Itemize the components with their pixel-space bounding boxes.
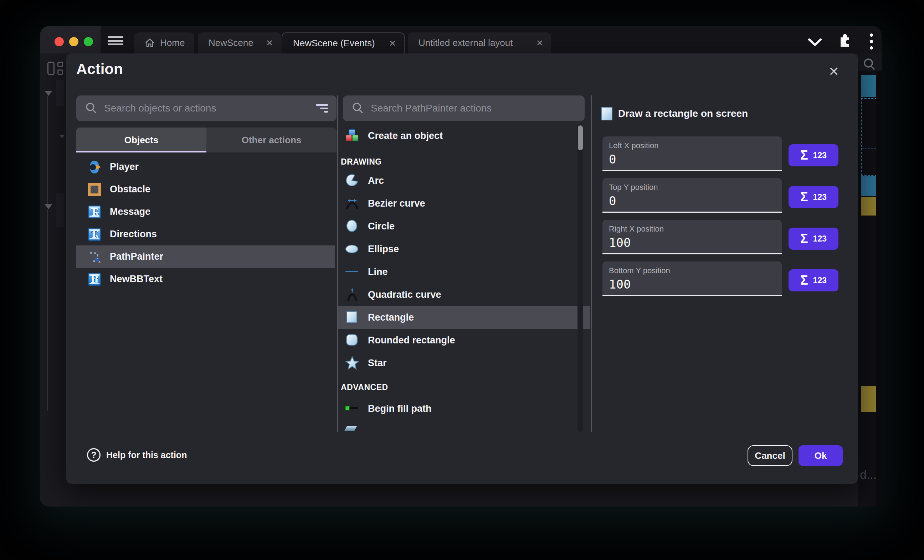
action-row-rounded-rectangle[interactable]: Rounded rectangle: [338, 329, 590, 352]
help-link[interactable]: Help for this action: [106, 448, 187, 462]
search-icon: [351, 102, 364, 115]
filter-icon[interactable]: [315, 102, 328, 114]
expander-triangle-icon[interactable]: [45, 91, 52, 96]
main-menu-icon[interactable]: [108, 36, 123, 44]
objects-search-box[interactable]: [76, 96, 336, 121]
section-header-drawing: DRAWING: [341, 157, 382, 167]
background-event-block: [56, 193, 64, 227]
background-event-block: [56, 80, 64, 106]
scrollbar-thumb[interactable]: [578, 126, 583, 150]
title-bar: Home NewScene ✕ NewScene (Events) ✕ Unti…: [40, 26, 882, 54]
tab-objects[interactable]: Objects: [76, 127, 206, 153]
tree-guide-line: [47, 96, 48, 204]
dialog-title: Action: [76, 61, 123, 78]
action-row-quadratic-curve[interactable]: Quadratic curve: [338, 283, 590, 306]
tab-close-icon[interactable]: ✕: [536, 38, 543, 48]
expander-triangle-icon[interactable]: [45, 204, 52, 209]
section-header-advanced: ADVANCED: [341, 383, 388, 392]
panel-divider: [591, 96, 592, 432]
expander-triangle-icon[interactable]: [59, 135, 65, 138]
tree-guide-line: [47, 210, 48, 411]
object-row-player[interactable]: Player: [76, 156, 335, 178]
create-object-icon: [345, 129, 359, 143]
cancel-button[interactable]: Cancel: [747, 445, 792, 466]
toggle-sidebar-icon[interactable]: [47, 61, 67, 76]
object-row-pathpainter[interactable]: PathPainter: [76, 246, 335, 268]
field-bottom-y-position[interactable]: Bottom Y position 100: [603, 262, 782, 296]
sigma-icon: Σ: [800, 231, 808, 246]
background-truncated-text: d...: [860, 468, 877, 482]
line-icon: [345, 265, 359, 279]
tab-other-actions[interactable]: Other actions: [206, 127, 336, 153]
background-left-panel: [40, 54, 66, 506]
begin-fill-path-icon: [345, 401, 359, 416]
objects-search-input[interactable]: [104, 103, 315, 114]
obstacle-object-icon: [88, 183, 101, 196]
action-description: Draw a rectangle on screen: [618, 107, 748, 120]
zoom-window-button[interactable]: [84, 37, 93, 46]
field-top-y-position[interactable]: Top Y position 0: [603, 178, 782, 213]
action-row-bezier-curve[interactable]: Bezier curve: [338, 192, 590, 215]
object-row-newbbtext[interactable]: Bb NewBBText: [76, 268, 335, 290]
tab-newscene[interactable]: NewScene ✕: [198, 32, 281, 54]
tab-newscene-events[interactable]: NewScene (Events) ✕: [282, 32, 405, 54]
sigma-icon: Σ: [800, 273, 808, 288]
action-row-line[interactable]: Line: [338, 261, 590, 283]
ok-button[interactable]: Ok: [798, 445, 843, 466]
background-event-block: [861, 75, 876, 97]
rounded-rectangle-icon: [345, 333, 359, 347]
expression-editor-button[interactable]: Σ 123: [789, 269, 838, 291]
background-event-block: [861, 197, 876, 216]
action-row-partial[interactable]: [338, 420, 590, 432]
home-icon: [144, 38, 155, 48]
expression-editor-button[interactable]: Σ 123: [789, 186, 838, 208]
tab-label: NewScene: [208, 37, 254, 48]
object-row-message[interactable]: Tx Message: [76, 201, 335, 223]
sigma-icon: Σ: [800, 190, 808, 205]
ellipse-icon: [345, 242, 359, 256]
action-row-rectangle[interactable]: Rectangle: [338, 306, 590, 329]
help-icon[interactable]: ?: [87, 448, 100, 462]
app-window: Home NewScene ✕ NewScene (Events) ✕ Unti…: [40, 26, 882, 506]
action-row-ellipse[interactable]: Ellipse: [338, 238, 590, 261]
tab-label: Home: [160, 37, 184, 48]
field-right-x-position[interactable]: Right X position 100: [603, 220, 782, 255]
field-left-x-position[interactable]: Left X position 0: [603, 136, 782, 171]
object-row-directions[interactable]: Tx Directions: [76, 223, 335, 246]
search-events-icon[interactable]: [862, 57, 877, 73]
text-object-icon: Tx: [88, 205, 101, 219]
tab-close-icon[interactable]: ✕: [266, 38, 273, 48]
tab-label: Untitled external layout: [418, 37, 513, 48]
traffic-light-zone: [40, 26, 100, 54]
actions-list: Create an object DRAWING Arc: [338, 123, 590, 432]
rectangle-icon: [345, 310, 359, 325]
star-icon: [345, 356, 359, 370]
tab-home[interactable]: Home: [134, 32, 194, 54]
action-dialog: Action ✕ Objects Other actions Player: [66, 54, 858, 484]
background-selection-outline: [861, 98, 877, 176]
tab-close-icon[interactable]: ✕: [389, 39, 396, 48]
rectangle-action-icon: [601, 107, 612, 120]
bbtext-object-icon: Bb: [88, 273, 101, 286]
quadratic-curve-icon: [345, 287, 359, 302]
player-object-icon: [88, 160, 101, 174]
action-row-star[interactable]: Star: [338, 352, 590, 374]
actions-scrollbar[interactable]: [578, 124, 583, 432]
left-panel-tabs: Objects Other actions: [76, 127, 336, 153]
background-event-block: [861, 176, 876, 196]
action-row-begin-fill-path[interactable]: Begin fill path: [338, 397, 590, 420]
bezier-curve-icon: [345, 196, 359, 211]
minimize-window-button[interactable]: [69, 37, 78, 46]
partial-action-icon: [345, 424, 359, 432]
expression-editor-button[interactable]: Σ 123: [789, 228, 838, 250]
actions-search-box[interactable]: [343, 96, 585, 121]
tab-untitled-external-layout[interactable]: Untitled external layout ✕: [408, 32, 551, 54]
action-row-arc[interactable]: Arc: [338, 169, 590, 192]
dialog-close-icon[interactable]: ✕: [825, 63, 843, 81]
close-window-button[interactable]: [54, 37, 64, 46]
action-row-circle[interactable]: Circle: [338, 215, 590, 238]
actions-search-input[interactable]: [371, 103, 576, 114]
expression-editor-button[interactable]: Σ 123: [789, 144, 838, 166]
object-row-obstacle[interactable]: Obstacle: [76, 178, 335, 201]
action-row-create-object[interactable]: Create an object: [338, 123, 590, 148]
